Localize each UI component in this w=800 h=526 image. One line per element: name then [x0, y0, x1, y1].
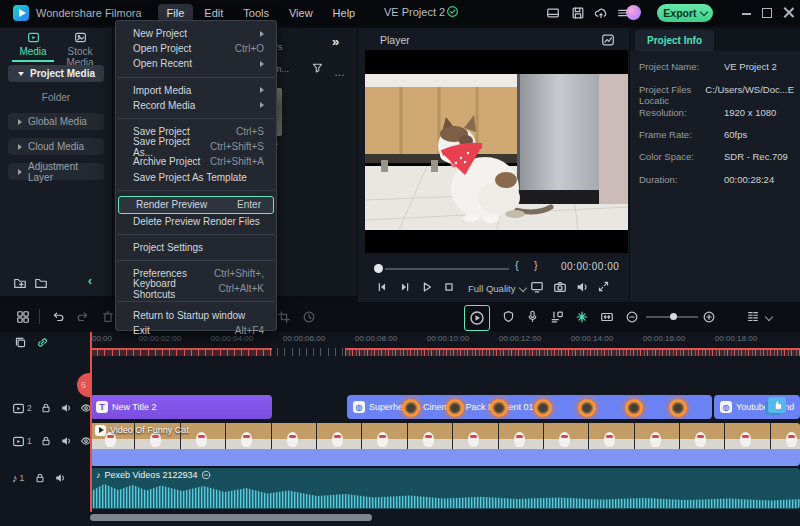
quality-dropdown[interactable]: Full Quality — [468, 283, 526, 294]
render-graph-icon[interactable] — [601, 33, 615, 47]
collapse-panel-icon[interactable]: ‹ — [88, 274, 92, 288]
submenu-arrow-icon — [260, 31, 264, 37]
playhead[interactable] — [90, 332, 92, 512]
menu-divider — [117, 260, 275, 261]
crop-icon[interactable] — [277, 310, 291, 324]
folder-icon[interactable] — [34, 276, 48, 290]
close-button[interactable] — [784, 7, 794, 17]
zoom-in-icon[interactable] — [702, 310, 716, 324]
tracks-area: TNew Title 2 ◎Superheroes Cinematic Pack… — [90, 332, 800, 526]
menu-item-new-project[interactable]: New Project — [116, 26, 276, 41]
video-preview[interactable] — [365, 50, 628, 253]
export-button[interactable]: Export — [657, 4, 713, 22]
save-icon[interactable] — [571, 6, 585, 20]
timeline-scrollbar[interactable] — [90, 514, 372, 521]
menu-item-archive-project[interactable]: Archive ProjectCtrl+Shift+A — [116, 154, 276, 169]
mute-icon[interactable] — [60, 435, 72, 447]
speed-icon[interactable] — [302, 310, 316, 324]
mark-in-button[interactable]: { — [515, 259, 519, 271]
track-manager-icon[interactable] — [746, 310, 760, 324]
mark-out-button[interactable]: } — [534, 259, 538, 271]
project-info-panel: Project Info Project Name:VE Project 2 P… — [630, 28, 800, 302]
effect-clip[interactable]: ◎Superheroes Cinematic Pack Element 01 — [347, 395, 712, 419]
delete-icon[interactable] — [101, 310, 115, 324]
sidebar-item-global-media[interactable]: Global Media — [8, 113, 104, 130]
sidebar-item-adjustment-layer[interactable]: Adjustment Layer — [8, 163, 104, 180]
next-frame-button[interactable] — [398, 280, 412, 294]
audio-clip[interactable]: ♪ Pexeb Videos 2122934 — [90, 468, 800, 509]
user-avatar[interactable] — [626, 5, 641, 20]
undo-icon[interactable] — [51, 310, 65, 324]
more-options-icon[interactable]: … — [334, 66, 346, 78]
previous-frame-button[interactable] — [375, 280, 389, 294]
menu-item-project-settings[interactable]: Project Settings — [116, 240, 276, 255]
voiceover-mic-icon[interactable] — [526, 310, 539, 323]
menu-item-import-media[interactable]: Import Media — [116, 83, 276, 98]
minimize-button[interactable] — [742, 13, 751, 15]
menu-item-delete-preview-files[interactable]: Delete Preview Render Files — [116, 214, 276, 229]
timeline-marker[interactable]: 6 — [77, 373, 90, 397]
tab-project-info[interactable]: Project Info — [635, 30, 714, 51]
lock-icon[interactable] — [40, 435, 52, 447]
mute-icon[interactable] — [54, 472, 66, 484]
info-label: Project Files Locatic — [639, 84, 705, 106]
display-device-icon[interactable] — [530, 280, 544, 294]
workspace-grid-icon[interactable] — [16, 310, 30, 324]
zoom-slider-handle[interactable] — [670, 313, 677, 320]
duplicate-icon[interactable] — [14, 336, 27, 349]
scrub-handle[interactable] — [374, 264, 383, 273]
snapshot-camera-icon[interactable] — [553, 280, 567, 294]
track-manager-caret-icon[interactable] — [765, 313, 773, 321]
link-icon[interactable] — [36, 336, 49, 349]
render-preview-button[interactable] — [464, 305, 490, 331]
redo-icon[interactable] — [76, 310, 90, 324]
menu-item-keyboard-shortcuts[interactable]: Keyboard ShortcutsCtrl+Alt+K — [116, 281, 276, 296]
cloud-upload-icon[interactable] — [594, 6, 608, 20]
submenu-arrow-icon — [260, 61, 264, 67]
menu-item-save-as-template[interactable]: Save Project As Template — [116, 170, 276, 185]
tab-stock-media[interactable]: Stock Media — [54, 31, 106, 68]
play-button[interactable] — [420, 280, 434, 294]
sidebar-item-cloud-media[interactable]: Cloud Media — [8, 138, 104, 155]
layout-icon[interactable] — [546, 6, 560, 20]
filmora-ai-icon[interactable] — [575, 310, 589, 324]
menu-help[interactable]: Help — [324, 4, 365, 22]
menu-shortcut: Ctrl+O — [235, 43, 264, 54]
maximize-button[interactable] — [762, 8, 772, 18]
video-clip[interactable] — [90, 423, 800, 449]
mute-icon[interactable] — [60, 402, 72, 414]
youtube-clip[interactable]: ◎Youtube Trend — [714, 395, 800, 419]
sidebar-item-project-media[interactable]: Project Media — [8, 65, 104, 82]
menu-item-open-recent[interactable]: Open Recent — [116, 56, 276, 71]
sidebar-item-folder[interactable]: Folder — [0, 92, 112, 103]
menu-item-label: Open Recent — [133, 58, 192, 69]
menu-view[interactable]: View — [280, 4, 322, 22]
mixer-icon[interactable] — [550, 310, 564, 324]
menu-item-record-media[interactable]: Record Media — [116, 98, 276, 113]
expand-panel-icon[interactable]: » — [332, 34, 339, 49]
auto-ripple-icon[interactable] — [600, 310, 614, 324]
menu-item-return-to-startup[interactable]: Return to Startup window — [116, 307, 276, 322]
new-folder-icon[interactable] — [13, 276, 27, 290]
lock-icon[interactable] — [34, 472, 46, 484]
filter-icon[interactable] — [311, 61, 324, 74]
title-clip[interactable]: TNew Title 2 — [90, 395, 272, 419]
lock-icon[interactable] — [40, 402, 52, 414]
info-value: 00:00:28:24 — [724, 174, 774, 185]
menu-item-render-preview[interactable]: Render PreviewEnter — [118, 196, 274, 214]
volume-icon[interactable] — [575, 280, 589, 294]
shield-icon[interactable] — [502, 310, 515, 323]
zoom-out-icon[interactable] — [625, 310, 639, 324]
fullscreen-icon[interactable] — [597, 280, 610, 293]
menu-item-save-project-as[interactable]: Save Project As...Ctrl+Shift+S — [116, 139, 276, 154]
menu-item-open-project[interactable]: Open ProjectCtrl+O — [116, 41, 276, 56]
scrub-track[interactable] — [385, 268, 509, 270]
stop-button[interactable] — [442, 280, 456, 294]
tab-media[interactable]: Media — [12, 31, 54, 62]
quality-label: Full Quality — [468, 283, 516, 294]
menu-divider — [117, 301, 275, 302]
track-number: 2 — [27, 403, 32, 413]
video-clip-audio-strip[interactable] — [90, 449, 800, 466]
title-clip-label: New Title 2 — [112, 402, 157, 412]
menu-item-exit[interactable]: ExitAlt+F4 — [116, 323, 276, 338]
